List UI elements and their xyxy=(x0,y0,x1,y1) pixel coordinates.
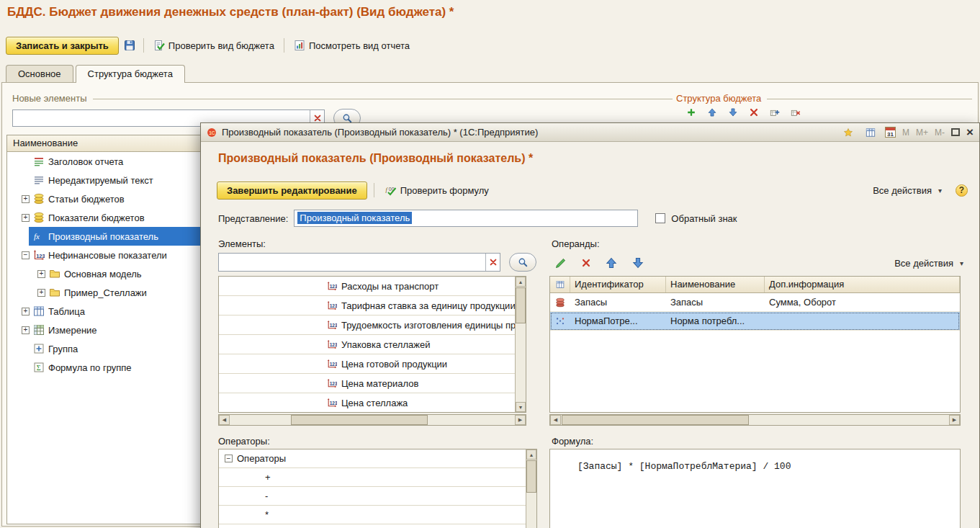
operand-row-selected[interactable]: НормаПотре... Норма потребл... xyxy=(550,312,960,331)
elements-filter-input[interactable] xyxy=(218,253,500,272)
element-item[interactable]: Расходы на транспорт xyxy=(219,277,526,296)
save-button[interactable] xyxy=(121,38,138,53)
maximize-button[interactable] xyxy=(951,128,960,136)
operators-root-label: Операторы xyxy=(237,453,286,464)
column-header-name[interactable]: Наименование xyxy=(666,277,765,292)
remove-sublevel-button[interactable] xyxy=(788,106,804,119)
scroll-left-button[interactable] xyxy=(219,415,230,425)
scroll-right-button[interactable] xyxy=(949,415,960,425)
element-item[interactable]: Тарифная ставка за единицу продукции xyxy=(219,296,526,316)
tree-item-static-text[interactable]: Нередактируемый текст xyxy=(7,171,200,189)
view-report-button[interactable]: Посмотреть вид отчета xyxy=(289,37,414,53)
scroll-thumb[interactable] xyxy=(291,415,428,425)
expand-icon[interactable] xyxy=(22,195,30,203)
element-item[interactable]: Упаковка стеллажей xyxy=(219,335,526,354)
tree-item-derived-indicator[interactable]: Производный показатель xyxy=(7,227,200,246)
scroll-up-button[interactable] xyxy=(526,449,536,460)
operand-row[interactable]: Запасы Запасы Сумма, Оборот xyxy=(550,293,960,312)
calendar-icon[interactable]: 31 xyxy=(885,127,896,138)
operand-up-button[interactable] xyxy=(602,255,621,271)
column-selector[interactable] xyxy=(550,277,570,292)
collapse-icon[interactable] xyxy=(225,455,233,462)
operands-hscroll[interactable] xyxy=(549,414,961,426)
column-header-identifier[interactable]: Идентификатор xyxy=(570,277,666,292)
tree-item-dimension[interactable]: Измерение xyxy=(7,321,200,339)
check-budget-view-label: Проверить вид бюджета xyxy=(168,40,274,51)
representation-input[interactable]: Производный показатель xyxy=(294,210,638,227)
tree-item-example-shelves[interactable]: Пример_Стеллажи xyxy=(7,283,200,302)
close-button[interactable] xyxy=(966,126,974,138)
tree-item-label: Таблица xyxy=(48,306,85,317)
memory-plus-button[interactable]: М+ xyxy=(916,127,928,138)
save-close-button[interactable]: Записать и закрыть xyxy=(6,37,119,55)
operators-label: Операторы: xyxy=(218,436,270,447)
scroll-thumb[interactable] xyxy=(516,287,526,323)
memory-minus-button[interactable]: М- xyxy=(935,127,945,138)
expand-icon[interactable] xyxy=(37,289,45,297)
scroll-left-button[interactable] xyxy=(550,415,561,425)
tree-item-budget-articles[interactable]: Статьи бюджетов xyxy=(7,189,200,208)
tree-item-table[interactable]: Таблица xyxy=(7,302,200,321)
column-header-info[interactable]: Доп.информация xyxy=(765,277,960,292)
edit-operand-button[interactable] xyxy=(552,255,570,271)
delete-operand-button[interactable] xyxy=(578,256,594,269)
operator-multiply[interactable]: * xyxy=(219,506,536,524)
element-item[interactable]: Цена стеллажа xyxy=(219,393,526,413)
elements-hscroll[interactable] xyxy=(218,414,526,426)
tree-item-label: Пример_Стеллажи xyxy=(64,287,147,298)
delete-button[interactable] xyxy=(746,106,762,119)
expand-icon[interactable] xyxy=(37,270,45,278)
expand-icon[interactable] xyxy=(22,214,30,222)
tree-item-main-model[interactable]: Основная модель xyxy=(7,264,200,283)
collapse-icon[interactable] xyxy=(22,251,30,259)
element-item[interactable]: Цена готовой продукции xyxy=(219,354,526,374)
scroll-up-button[interactable] xyxy=(516,277,526,287)
scroll-thumb[interactable] xyxy=(562,415,749,425)
tab-main[interactable]: Основное xyxy=(6,65,73,82)
dialog-titlebar[interactable]: Производный показатель (Производный пока… xyxy=(201,123,979,142)
operator-minus[interactable]: - xyxy=(219,487,536,506)
clear-filter-button[interactable] xyxy=(485,254,500,271)
element-item[interactable]: Трудоемкость изготовления единицы прод xyxy=(219,316,526,335)
element-item[interactable]: Цена материалов xyxy=(219,374,526,393)
reverse-sign-checkbox[interactable] xyxy=(655,213,665,223)
all-actions-button[interactable]: Все действия xyxy=(868,183,946,198)
operators-root-node[interactable]: Операторы xyxy=(219,449,536,468)
view-report-label: Посмотреть вид отчета xyxy=(309,40,410,51)
operators-vscroll[interactable] xyxy=(526,449,536,528)
tab-budget-structure[interactable]: Структура бюджета xyxy=(76,65,185,82)
floppy-icon xyxy=(124,40,135,51)
move-up-button[interactable] xyxy=(704,106,720,119)
elements-search-button[interactable] xyxy=(509,253,536,272)
tree-item-nonfinancial-indicators[interactable]: Нефинансовые показатели xyxy=(7,246,200,264)
finish-editing-button[interactable]: Завершить редактирование xyxy=(217,182,367,200)
tree-item-group-formula[interactable]: Формула по группе xyxy=(7,358,200,377)
operator-plus[interactable]: + xyxy=(219,468,536,487)
arrow-down-icon xyxy=(728,107,738,117)
titlebar-buttons: 31 М М+ М- xyxy=(840,126,974,139)
calculator-button[interactable] xyxy=(863,126,878,139)
elements-vscroll[interactable] xyxy=(515,277,526,412)
tree-item-group[interactable]: Группа xyxy=(7,339,200,358)
fx-icon xyxy=(33,231,45,242)
move-down-button[interactable] xyxy=(725,106,741,119)
help-button[interactable]: ? xyxy=(956,184,968,197)
expand-icon[interactable] xyxy=(22,308,30,316)
scroll-right-button[interactable] xyxy=(515,415,526,425)
add-sublevel-button[interactable] xyxy=(767,106,783,119)
formula-editor[interactable]: [Запасы] * [НормаПотреблМатериа] / 100 xyxy=(549,449,961,528)
tree-item-budget-indicators[interactable]: Показатели бюджетов xyxy=(7,208,200,227)
budget-structure-tree: Наименование Заголовок отчета Нередактир… xyxy=(6,135,201,524)
scroll-thumb[interactable] xyxy=(526,460,536,493)
memory-button[interactable]: М xyxy=(902,127,909,138)
tree-item-report-header[interactable]: Заголовок отчета xyxy=(7,152,200,171)
check-budget-view-button[interactable]: Проверить вид бюджета xyxy=(149,37,279,53)
add-button[interactable] xyxy=(683,106,699,119)
check-formula-button[interactable]: Проверить формулу xyxy=(381,182,493,198)
tree-column-header[interactable]: Наименование xyxy=(7,135,200,152)
operands-all-actions-button[interactable]: Все действия xyxy=(890,256,968,271)
expand-icon[interactable] xyxy=(22,326,30,334)
scroll-down-button[interactable] xyxy=(516,402,526,412)
favorites-button[interactable] xyxy=(840,126,856,139)
operand-down-button[interactable] xyxy=(629,255,647,271)
